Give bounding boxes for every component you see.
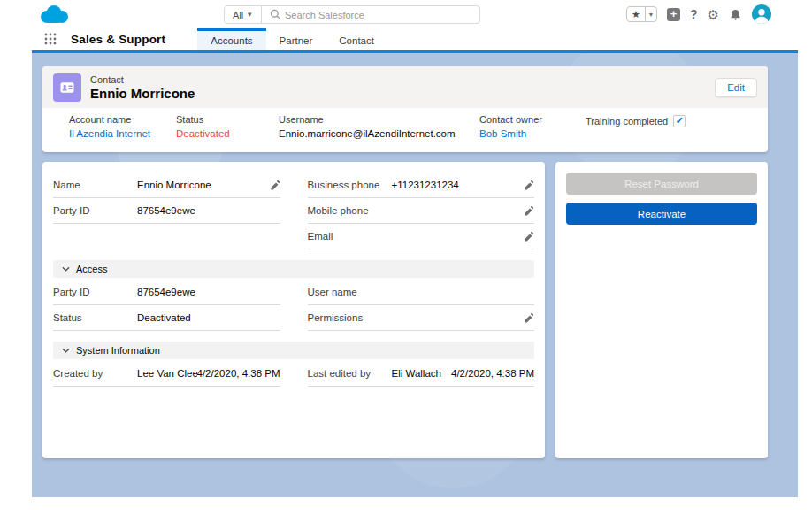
setup-gear-icon[interactable]: ⚙: [708, 8, 719, 21]
field-row-permissions: Permissions: [308, 305, 535, 331]
chevron-down-icon: [62, 348, 70, 353]
help-icon[interactable]: ?: [690, 7, 698, 21]
reactivate-button[interactable]: Reactivate: [566, 203, 757, 225]
global-search: All ▼: [224, 5, 480, 24]
created-date: 4/2/2020, 4:38 PM: [197, 368, 280, 379]
page-bottom-margin: [0, 497, 812, 522]
edit-pencil-icon[interactable]: [524, 180, 534, 190]
section-access[interactable]: Access: [53, 260, 534, 278]
record-title-block: Contact Ennio Morricone: [90, 74, 195, 101]
last-edited-user-link[interactable]: Eli Wallach: [392, 368, 452, 379]
app-navigation-bar: Sales & Support Accounts Partner Contact: [0, 28, 812, 50]
contact-owner-link[interactable]: Bob Smith: [479, 128, 586, 139]
field-row-last-edited-by: Last edited by Eli Wallach 4/2/2020, 4:3…: [308, 361, 535, 387]
app-name: Sales & Support: [71, 33, 165, 50]
last-edited-date: 4/2/2020, 4:38 PM: [451, 368, 534, 379]
field-row-party-id: Party ID 87654e9ewe: [53, 198, 280, 224]
favorite-star-icon[interactable]: ★: [627, 7, 645, 21]
field-row-email: Email: [308, 224, 535, 249]
tab-accounts[interactable]: Accounts: [197, 28, 265, 50]
search-scope-label: All: [233, 10, 243, 20]
edit-pencil-icon[interactable]: [524, 231, 534, 242]
edit-pencil-icon[interactable]: [524, 205, 534, 216]
salesforce-logo: [39, 4, 69, 28]
field-row-access-party-id: Party ID 87654e9ewe: [53, 280, 280, 305]
field-row-business-phone: Business phone +11231231234: [308, 173, 535, 198]
highlight-field-contact-owner: Contact owner Bob Smith: [479, 114, 586, 139]
field-row-created-by: Created by Lee Van Cleef 4/2/2020, 4:38 …: [53, 361, 280, 387]
status-value: Deactivated: [176, 128, 279, 139]
favorites-dropdown-icon[interactable]: ▼: [645, 7, 656, 21]
field-row-name: Name Ennio Morricone: [53, 173, 280, 198]
edit-pencil-icon[interactable]: [524, 312, 534, 323]
record-actions-panel: Reset Password Reactivate: [555, 162, 768, 458]
entity-type-label: Contact: [90, 74, 195, 85]
record-name: Ennio Morricone: [90, 86, 195, 101]
global-header: All ▼ ★ ▼ + ? ⚙: [0, 0, 812, 28]
global-actions-icon[interactable]: +: [667, 8, 680, 21]
username-value: Ennio.marricone@ilAzendiInternet.com: [279, 128, 479, 139]
reset-password-button[interactable]: Reset Password: [566, 173, 757, 195]
chevron-down-icon: ▼: [246, 11, 253, 19]
contact-entity-icon: [53, 73, 81, 102]
highlight-field-account-name: Account name Il Azendia Internet: [69, 114, 176, 139]
field-row-user-name: User name: [308, 280, 535, 305]
section-access-title: Access: [76, 264, 107, 274]
record-details-panel: Name Ennio Morricone Party ID 87654e9ewe…: [42, 162, 545, 458]
edit-button[interactable]: Edit: [715, 78, 757, 97]
record-highlights-panel: Contact Ennio Morricone Edit Account nam…: [42, 66, 768, 152]
field-row-access-status: Status Deactivated: [53, 305, 280, 331]
highlight-field-status: Status Deactivated: [176, 114, 279, 139]
highlights-fields: Account name Il Azendia Internet Status …: [42, 108, 768, 139]
search-input[interactable]: [285, 10, 479, 20]
field-row-mobile-phone: Mobile phone: [308, 198, 535, 224]
user-avatar[interactable]: [752, 4, 771, 24]
record-page-background: Contact Ennio Morricone Edit Account nam…: [32, 50, 798, 497]
tab-partner[interactable]: Partner: [266, 28, 326, 50]
app-launcher-icon[interactable]: [44, 33, 57, 50]
search-scope-select[interactable]: All ▼: [225, 6, 262, 23]
highlight-field-username: Username Ennio.marricone@ilAzendiInterne…: [279, 114, 479, 139]
highlight-field-training-completed: Training completed: [586, 114, 686, 139]
account-name-link[interactable]: Il Azendia Internet: [69, 128, 176, 139]
header-utility-icons: ★ ▼ + ? ⚙: [626, 4, 771, 24]
edit-pencil-icon[interactable]: [270, 180, 280, 190]
notifications-bell-icon[interactable]: [729, 8, 742, 21]
favorites-control: ★ ▼: [626, 6, 657, 22]
chevron-down-icon: [62, 266, 70, 272]
training-completed-checkbox[interactable]: [673, 115, 686, 127]
search-icon: [262, 9, 285, 20]
tab-contact[interactable]: Contact: [326, 28, 387, 50]
created-by-user-link[interactable]: Lee Van Cleef: [137, 368, 197, 379]
section-system-title: System Information: [76, 345, 160, 356]
highlights-header: Contact Ennio Morricone Edit: [42, 66, 768, 108]
section-system-information[interactable]: System Information: [53, 342, 534, 359]
nav-tabs: Accounts Partner Contact: [197, 28, 387, 50]
